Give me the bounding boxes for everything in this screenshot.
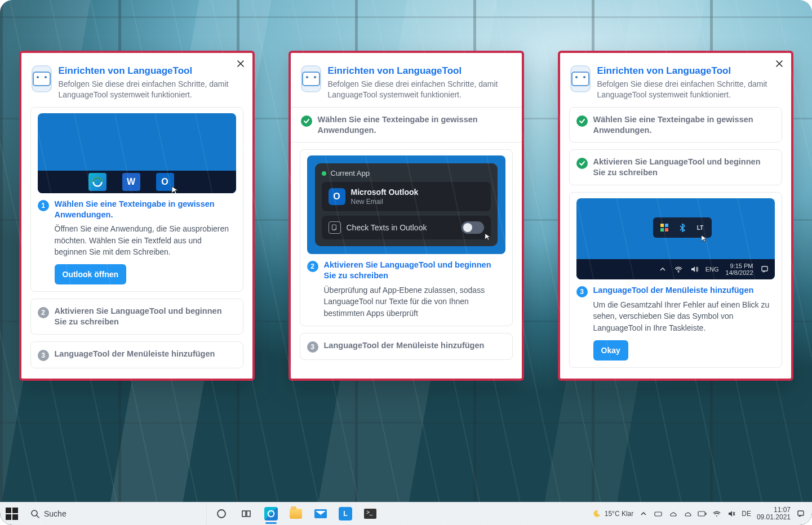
current-app-card: O Microsoft Outlook New Email	[322, 182, 491, 211]
step3-panel: LT ENG 9:15 PM 14/8/2022	[569, 192, 782, 368]
task-view-icon[interactable]	[236, 504, 256, 524]
check-icon	[576, 158, 588, 169]
step3-number: 3	[307, 341, 318, 353]
taskbar-weather[interactable]: 15°C Klar	[592, 509, 634, 518]
step2-inactive-panel[interactable]: 2 Aktivieren Sie LanguageTool und beginn…	[30, 299, 243, 335]
onboarding-card-step1: Einrichten von LanguageTool Befolgen Sie…	[19, 51, 255, 381]
lt-mascot-icon	[570, 65, 591, 92]
windows-logo-icon	[6, 508, 18, 520]
card-title: Einrichten von LanguageTool	[328, 65, 511, 77]
step3-body: Um die Gesamtzahl Ihrer Fehler auf einen…	[593, 299, 775, 333]
volume-icon	[690, 265, 699, 274]
battery-icon[interactable]	[698, 509, 707, 518]
edge-icon	[88, 173, 107, 191]
clock-date: 09.01.2021	[757, 514, 791, 521]
current-app-label: Current App	[331, 169, 370, 177]
taskbar-search[interactable]: Suche	[24, 502, 207, 525]
step3-inactive-panel[interactable]: 3 LanguageTool der Menüleiste hinzufügen	[300, 333, 513, 360]
folder-icon	[290, 509, 302, 519]
taskbar-clock[interactable]: 11:07 09.01.2021	[757, 506, 791, 521]
svg-rect-5	[665, 228, 668, 232]
lang-indicator[interactable]: DE	[742, 510, 751, 518]
app-sub: New Email	[351, 198, 419, 206]
weather-text: 15°C Klar	[605, 510, 634, 518]
step1-body: Öffnen Sie eine Anwendung, die Sie auspr…	[55, 223, 236, 257]
svg-rect-13	[655, 512, 662, 516]
outlook-icon: O	[156, 173, 174, 191]
open-outlook-button[interactable]: Outlook öffnen	[55, 264, 127, 284]
svg-rect-4	[660, 228, 664, 232]
taskbar-app-mail[interactable]	[310, 504, 331, 524]
okay-button[interactable]: Okay	[593, 340, 628, 361]
start-button[interactable]	[0, 502, 24, 525]
step1-title: Wählen Sie eine Texteingabe in gewissen …	[55, 199, 236, 220]
notification-icon	[760, 265, 769, 274]
outlook-icon: O	[329, 188, 345, 205]
step2-panel: Current App O Microsoft Outlook New Emai…	[300, 149, 513, 326]
step3-title: LanguageTool der Menüleiste hinzufügen	[593, 285, 775, 296]
step1-done-title: Wählen Sie eine Texteingabe in gewissen …	[593, 114, 775, 136]
onedrive-icon[interactable]	[668, 509, 677, 518]
onboarding-cards: Einrichten von LanguageTool Befolgen Sie…	[0, 51, 812, 381]
toggle-switch[interactable]	[462, 221, 484, 234]
check-texts-toggle-row[interactable]: Check Texts in Outlook	[322, 216, 491, 239]
illustration-taskbar: ENG 9:15 PM 14/8/2022	[576, 259, 775, 279]
step1-illustration: W O	[38, 113, 236, 193]
svg-rect-7	[762, 266, 767, 271]
cortana-icon[interactable]	[211, 504, 232, 524]
security-icon	[659, 222, 670, 233]
svg-rect-11	[247, 511, 250, 517]
step3-illustration: LT ENG 9:15 PM 14/8/2022	[576, 198, 775, 279]
close-button[interactable]	[234, 57, 247, 70]
svg-rect-14	[698, 511, 705, 516]
taskbar-app-terminal[interactable]	[360, 504, 380, 524]
chevron-up-icon	[658, 265, 667, 274]
lt-mascot-icon	[32, 65, 52, 92]
moon-icon	[592, 509, 601, 518]
taskbar-app-languagetool[interactable]	[335, 504, 356, 524]
keyboard-icon[interactable]	[654, 509, 663, 518]
step1-number: 1	[38, 200, 49, 211]
onboarding-card-step3: Einrichten von LanguageTool Befolgen Sie…	[558, 51, 793, 381]
taskbar-app-explorer[interactable]	[286, 504, 306, 524]
mail-icon	[314, 509, 327, 518]
check-icon	[301, 115, 312, 127]
svg-point-12	[268, 511, 274, 517]
step2-number: 2	[38, 307, 49, 318]
step2-title: Aktivieren Sie LanguageTool und beginnen…	[324, 260, 505, 281]
tray-time: 9:15 PM	[726, 262, 753, 269]
lang-indicator: ENG	[705, 266, 719, 273]
step1-done-row: Wählen Sie eine Texteingabe in gewissen …	[300, 114, 513, 136]
document-check-icon	[329, 221, 341, 234]
step1-panel: W O 1 Wählen Sie eine Texteingabe in gew…	[30, 107, 243, 292]
app-name: Microsoft Outlook	[351, 188, 419, 197]
notification-center-icon[interactable]	[796, 509, 805, 518]
search-placeholder: Suche	[44, 509, 66, 518]
tray-date: 14/8/2022	[726, 269, 753, 276]
step2-illustration: Current App O Microsoft Outlook New Emai…	[307, 155, 505, 254]
close-button[interactable]	[773, 57, 786, 70]
lt-mascot-icon	[301, 65, 321, 92]
cursor-icon	[700, 234, 708, 242]
step2-done-title: Aktivieren Sie LanguageTool und beginnen…	[593, 157, 775, 178]
divider	[291, 107, 522, 108]
wifi-icon[interactable]	[712, 509, 721, 518]
check-texts-label: Check Texts in Outlook	[347, 223, 427, 232]
step2-body: Überprüfung auf App-Ebene zulassen, soda…	[324, 284, 505, 319]
chevron-up-icon[interactable]	[639, 509, 648, 518]
check-icon	[576, 115, 588, 127]
step1-done-panel: Wählen Sie eine Texteingabe in gewissen …	[569, 107, 782, 143]
windows-taskbar: Suche 15°C Klar DE 11:	[0, 502, 812, 525]
status-dot-icon	[322, 171, 326, 176]
tray-popup: LT	[653, 217, 712, 238]
step3-inactive-panel[interactable]: 3 LanguageTool der Menüleiste hinzufügen	[30, 341, 243, 368]
cloud-sync-icon[interactable]	[683, 509, 692, 518]
taskbar-app-edge[interactable]	[261, 504, 281, 524]
svg-rect-3	[665, 224, 668, 227]
cursor-icon	[171, 185, 180, 193]
card-title: Einrichten von LanguageTool	[59, 65, 241, 77]
word-icon: W	[122, 173, 140, 191]
step2-number: 2	[307, 261, 318, 272]
card-title: Einrichten von LanguageTool	[597, 65, 780, 77]
volume-icon[interactable]	[727, 509, 736, 518]
